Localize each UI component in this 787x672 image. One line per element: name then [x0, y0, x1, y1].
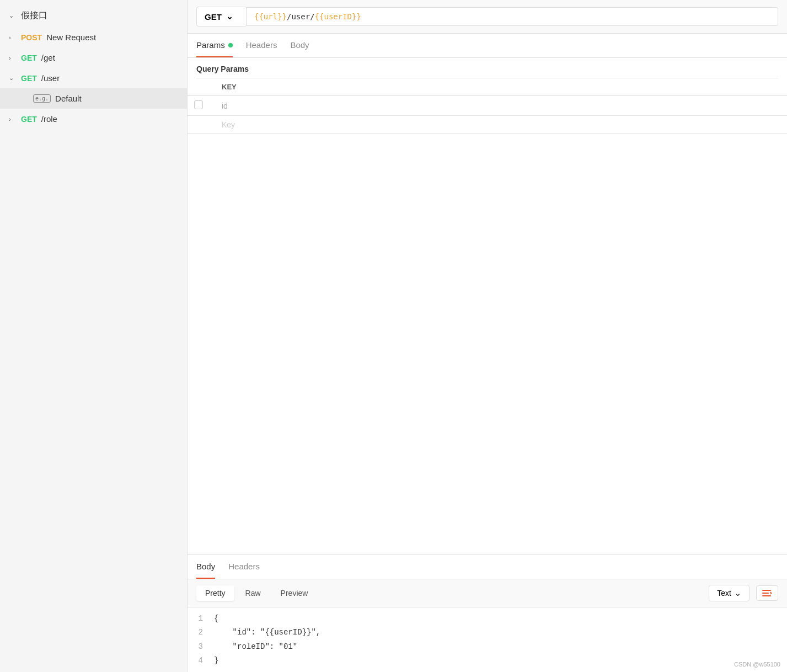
code-line-4: }: [214, 654, 783, 668]
svg-rect-2: [762, 595, 771, 596]
checkbox-column-header: [188, 78, 215, 96]
view-controls: Pretty Raw Preview Text ⌄: [188, 579, 787, 607]
key-column-header: KEY: [215, 78, 787, 96]
response-section: Body Headers Pretty Raw Preview Text ⌄: [188, 554, 787, 672]
svg-rect-0: [762, 590, 771, 591]
selected-method: GET: [205, 12, 222, 22]
table-row: Key: [188, 116, 787, 134]
method-label-get: GET: [21, 74, 37, 83]
sidebar-item-get-user[interactable]: ⌄ GET /user: [0, 68, 187, 88]
tab-params-label: Params: [196, 40, 225, 50]
code-line-3: "roleID": "01": [214, 640, 783, 654]
type-dropdown-arrow-icon: ⌄: [735, 589, 741, 598]
row-checkbox-cell: [188, 96, 215, 116]
response-tab-headers[interactable]: Headers: [228, 555, 260, 579]
view-preview-button[interactable]: Preview: [272, 585, 317, 601]
route-label: /get: [41, 53, 55, 62]
route-label: New Request: [46, 33, 96, 42]
table-row: id: [188, 96, 787, 116]
sidebar-item-default[interactable]: e.g. Default: [0, 88, 187, 109]
line-num-4: 4: [194, 654, 203, 668]
chevron-right-icon: ›: [9, 55, 17, 61]
collection-name: 假接口: [21, 10, 47, 22]
tab-body[interactable]: Body: [290, 34, 309, 57]
watermark: CSDN @w55100: [734, 661, 780, 668]
view-raw-button[interactable]: Raw: [237, 585, 270, 601]
wrap-icon: [762, 589, 772, 597]
request-tabs: Params Headers Body: [188, 34, 787, 58]
method-label-post: POST: [21, 33, 42, 42]
dropdown-arrow-icon: ⌄: [226, 12, 233, 22]
line-num-2: 2: [194, 626, 203, 639]
sidebar-item-get-role[interactable]: › GET /role: [0, 109, 187, 129]
view-pretty-button[interactable]: Pretty: [196, 585, 234, 601]
param-checkbox[interactable]: [194, 100, 203, 109]
tab-body-label: Body: [290, 40, 309, 50]
code-line-1: {: [214, 612, 783, 626]
url-template-end: {{userID}}: [315, 12, 361, 21]
line-numbers: 1 2 3 4: [188, 612, 210, 668]
params-table: KEY id Key: [188, 78, 787, 134]
svg-rect-1: [762, 593, 769, 594]
tab-headers[interactable]: Headers: [246, 34, 277, 57]
type-label: Text: [717, 589, 731, 598]
response-tab-body-label: Body: [196, 562, 215, 571]
line-num-1: 1: [194, 612, 203, 626]
param-key-placeholder[interactable]: Key: [215, 116, 787, 134]
type-dropdown[interactable]: Text ⌄: [709, 585, 749, 601]
wrap-button[interactable]: [756, 585, 778, 601]
url-display[interactable]: {{url}}/user/{{userID}}: [246, 7, 778, 26]
chevron-down-icon: ⌄: [9, 74, 17, 82]
response-tabs: Body Headers: [188, 555, 787, 579]
main-panel: GET ⌄ {{url}}/user/{{userID}} Params Hea…: [188, 0, 787, 672]
route-label: /user: [41, 73, 60, 83]
collection-title[interactable]: ⌄ 假接口: [0, 4, 187, 27]
sidebar-item-post-new[interactable]: › POST New Request: [0, 27, 187, 47]
route-label: Default: [55, 94, 82, 103]
method-label-get: GET: [21, 54, 37, 62]
code-area: 1 2 3 4 { "id": "{{userID}}", "roleID": …: [188, 607, 787, 672]
query-params-title: Query Params: [196, 65, 778, 78]
method-label-get: GET: [21, 115, 37, 124]
line-num-3: 3: [194, 640, 203, 654]
route-label: /role: [41, 114, 57, 124]
response-tab-headers-label: Headers: [228, 562, 260, 571]
sidebar: ⌄ 假接口 › POST New Request › GET /get ⌄ GE…: [0, 0, 188, 672]
row-checkbox-cell: [188, 116, 215, 134]
example-icon: e.g.: [33, 94, 51, 103]
method-dropdown[interactable]: GET ⌄: [196, 7, 246, 26]
response-tab-body[interactable]: Body: [196, 555, 215, 579]
url-plain: /user/: [287, 12, 315, 21]
chevron-right-icon: ›: [9, 34, 17, 41]
tab-params[interactable]: Params: [196, 34, 233, 57]
params-content: Query Params KEY id: [188, 58, 787, 554]
params-section: Query Params: [188, 58, 787, 78]
code-content[interactable]: { "id": "{{userID}}", "roleID": "01" }: [210, 612, 787, 668]
chevron-right-icon: ›: [9, 116, 17, 122]
chevron-down-icon: ⌄: [9, 12, 17, 19]
param-key-id[interactable]: id: [215, 96, 787, 116]
params-dot-icon: [228, 43, 233, 47]
sidebar-item-get-get[interactable]: › GET /get: [0, 47, 187, 68]
tab-headers-label: Headers: [246, 40, 277, 50]
code-line-2: "id": "{{userID}}",: [214, 626, 783, 639]
content-area: Query Params KEY id: [188, 58, 787, 672]
url-bar: GET ⌄ {{url}}/user/{{userID}}: [188, 0, 787, 34]
url-template-start: {{url}}: [254, 12, 287, 21]
